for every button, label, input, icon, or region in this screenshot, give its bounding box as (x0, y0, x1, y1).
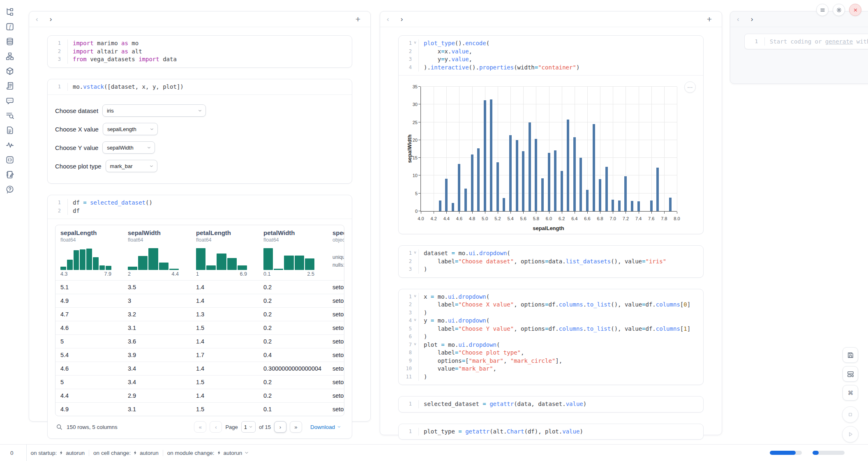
dependency-graph-icon (5, 52, 14, 61)
table-row[interactable]: 4.93.11.50.1setos (55, 402, 344, 416)
sidebar-item-scratchpad[interactable] (5, 170, 14, 179)
sidebar-item-packages[interactable] (5, 67, 14, 76)
sidebar-item-file-explorer[interactable] (5, 7, 14, 16)
sidebar-item-tracing[interactable] (5, 141, 14, 150)
layout-toggle-button[interactable] (843, 366, 858, 382)
ai-chat-icon (5, 96, 14, 105)
fold-spacer (412, 265, 418, 274)
fold-marker[interactable]: v (412, 341, 418, 349)
download-button[interactable]: Download (308, 424, 344, 431)
scratchpad-editor[interactable]: 1 Start coding or generate with (744, 34, 868, 49)
dropdown-select[interactable]: iris (102, 104, 206, 117)
dropdown-select[interactable]: mark_bar (106, 160, 157, 172)
scratchpad-next-button[interactable]: › (751, 16, 753, 23)
table-row[interactable]: 53.61.40.2setos (55, 334, 344, 348)
column-header[interactable]: sepalWidthfloat6424.4 (123, 229, 191, 277)
close-x-icon (852, 7, 859, 13)
table-cell: 1.4 (191, 294, 259, 307)
sidebar-item-snippets[interactable] (5, 155, 14, 164)
code-editor[interactable]: 1selected_dataset = getattr(data, datase… (399, 396, 703, 412)
line-number: 6 (401, 333, 412, 341)
search-icon[interactable] (56, 424, 62, 430)
code-editor[interactable]: 1plot_type = getattr(alt.Chart(df), plot… (399, 424, 703, 440)
fold-marker[interactable]: v (412, 249, 418, 258)
column-prev-button[interactable]: ‹ (387, 16, 389, 23)
settings-button[interactable] (833, 4, 845, 16)
table-cell: 4.9 (55, 403, 123, 416)
code-editor[interactable]: 1vx = mo.ui.dropdown(2 label="Choose X v… (399, 289, 703, 385)
first-page-button[interactable]: « (194, 421, 206, 433)
sidebar-item-help[interactable] (5, 185, 14, 194)
line-number: 11 (401, 373, 412, 381)
scratchpad-prev-button[interactable]: ‹ (737, 16, 739, 23)
column-next-button[interactable]: › (50, 16, 52, 23)
column-header[interactable]: petalWidthfloat640.12.5 (259, 229, 328, 277)
code-editor[interactable]: 1mo.vstack([dataset, x, y, plot]) (48, 79, 352, 95)
sidebar-item-documentation[interactable] (5, 126, 14, 135)
sidebar-item-data-sources[interactable] (5, 37, 14, 46)
runtime-config-3[interactable]: on module change:autorun (167, 450, 249, 456)
dropdown-select[interactable]: sepalWidth (102, 141, 155, 154)
column-meta: uniqu (332, 254, 344, 261)
column-histogram (60, 246, 111, 270)
stop-kernel-button[interactable] (842, 406, 859, 423)
table-row[interactable]: 4.73.21.30.2setos (55, 307, 344, 321)
table-row[interactable]: 4.42.91.40.2setos (55, 389, 344, 402)
last-page-button[interactable]: » (290, 421, 302, 433)
chart-options-button[interactable]: ⋯ (684, 81, 696, 93)
table-row[interactable]: 4.63.11.50.2setos (55, 321, 344, 334)
table-row[interactable]: 4.931.40.2setos (55, 294, 344, 307)
column-next-button[interactable]: › (401, 16, 403, 23)
column-header[interactable]: petalLengthfloat6416.9 (191, 229, 259, 277)
code-text: value="mark_bar", (418, 365, 698, 373)
column-header[interactable]: sepalLengthfloat644.37.9 (55, 229, 123, 277)
generate-link[interactable]: generate (825, 38, 853, 45)
save-button[interactable] (843, 347, 858, 363)
table-cell: 4.7 (55, 308, 123, 321)
code-editor[interactable]: 1vdataset = mo.ui.dropdown(2 label="Choo… (399, 246, 703, 277)
code-line: 2df (50, 207, 347, 215)
table-row[interactable]: 4.63.41.40.3000000000000004setos (55, 362, 344, 375)
sidebar-item-dependency-graph[interactable] (5, 52, 14, 61)
column-range: 16.9 (196, 271, 247, 277)
sidebar-item-logs[interactable] (5, 81, 14, 90)
sidebar-item-ai-chat[interactable] (5, 96, 14, 105)
code-line: 9 options=["mark_bar", "mark_circle"], (401, 357, 698, 365)
page-select[interactable]: 1 (241, 421, 256, 433)
close-button[interactable] (849, 4, 861, 16)
fold-marker[interactable]: v (412, 293, 418, 301)
next-page-button[interactable]: › (274, 421, 286, 433)
fold-marker[interactable]: v (412, 317, 418, 325)
column-header[interactable]: speciobjecuniqunulls: (328, 229, 344, 277)
scratchpad-icon (5, 170, 14, 179)
code-editor[interactable]: 1vplot_type().encode(2 x=x.value,3 y=y.v… (399, 36, 703, 75)
run-all-button[interactable] (842, 426, 859, 443)
hist-bar (60, 267, 66, 270)
fold-marker[interactable]: v (412, 39, 418, 48)
x-tick-label: 5.6 (520, 216, 526, 221)
dropdown-select[interactable]: sepalLength (103, 123, 158, 135)
runtime-config-2[interactable]: on cell change:autorun (93, 450, 159, 456)
sidebar-item-find-in-cells[interactable] (5, 111, 14, 120)
chart-bar (458, 164, 460, 211)
table-row[interactable]: 5.13.51.40.2setos (55, 280, 344, 294)
table-cell: 3 (123, 294, 191, 307)
chev-down-icon (244, 450, 249, 455)
prev-page-button[interactable]: ‹ (210, 421, 222, 433)
code-editor[interactable]: 1import marimo as mo2import altair as al… (48, 36, 352, 67)
runtime-config-1[interactable]: on startup:autorun (31, 450, 85, 456)
table-row[interactable]: 5.43.91.70.4setos (55, 348, 344, 362)
table-cell: 1.3 (191, 308, 259, 321)
runtime-config-value: autorun (224, 450, 242, 456)
notebook-menu-button[interactable] (816, 4, 829, 16)
table-cell: 0.4 (259, 348, 328, 362)
add-cell-button[interactable]: + (704, 14, 714, 24)
command-palette-button[interactable]: ⌘ (843, 385, 858, 401)
chart-bar (522, 151, 524, 211)
table-row[interactable]: 53.41.50.2setos (55, 375, 344, 389)
code-editor[interactable]: 1df = selected_dataset()2df (48, 195, 352, 219)
column-prev-button[interactable]: ‹ (36, 16, 38, 23)
add-cell-button[interactable]: + (353, 14, 363, 24)
sidebar-item-functions[interactable]: f (5, 22, 14, 31)
errors-indicator[interactable]: 0 (5, 450, 16, 456)
